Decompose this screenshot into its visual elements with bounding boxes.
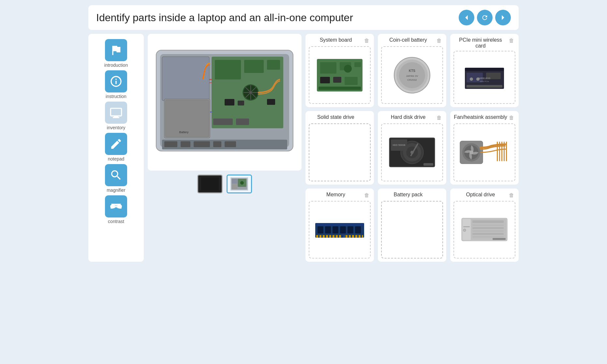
svg-rect-95 (336, 235, 338, 238)
part-card-battery: Battery pack 🗑 (378, 189, 446, 262)
svg-rect-19 (213, 119, 233, 125)
part-card-fan: Fan/heatsink assembly 🗑 (450, 111, 519, 184)
svg-rect-111 (472, 224, 504, 226)
svg-rect-8 (244, 60, 264, 73)
svg-rect-87 (348, 226, 353, 233)
svg-rect-59 (466, 85, 502, 88)
trash-memory[interactable]: 🗑 (363, 192, 371, 199)
part-image-optical (453, 201, 515, 259)
svg-text:KTS: KTS (409, 69, 415, 73)
system-board-svg (315, 56, 364, 95)
part-card-header-memory: Memory 🗑 (309, 192, 371, 199)
svg-rect-7 (215, 60, 241, 79)
part-name-optical: Optical drive (453, 192, 508, 198)
part-name-ssd: Solid state drive (309, 114, 363, 120)
svg-text:HDD 500GB: HDD 500GB (393, 144, 406, 146)
svg-rect-39 (320, 62, 336, 74)
part-card-header-battery: Battery pack 🗑 (381, 192, 443, 199)
introduction-icon-box (105, 39, 127, 61)
part-card-header-system-board: System board 🗑 (309, 37, 371, 44)
back-button[interactable] (459, 10, 474, 25)
thumbnail-board[interactable] (227, 175, 252, 193)
svg-rect-92 (326, 235, 328, 238)
instruction-icon-box (105, 70, 127, 92)
sidebar-item-introduction[interactable]: introduction (104, 39, 128, 68)
sidebar-item-magnifier[interactable]: magnifier (105, 164, 127, 193)
nav-buttons (459, 10, 511, 25)
svg-rect-80 (506, 142, 507, 161)
parts-grid: System board 🗑 Coin-ce (305, 34, 519, 262)
trash-pcie[interactable]: 🗑 (508, 37, 515, 44)
svg-rect-94 (333, 235, 334, 238)
svg-rect-82 (315, 223, 364, 226)
part-name-battery: Battery pack (381, 192, 435, 198)
sidebar-item-instruction[interactable]: instruction (105, 70, 127, 99)
part-image-battery (381, 201, 443, 259)
svg-rect-41 (354, 62, 361, 67)
part-image-system-board (309, 46, 371, 104)
svg-rect-100 (352, 235, 354, 238)
svg-rect-113 (472, 230, 504, 232)
svg-rect-16 (225, 99, 234, 105)
svg-point-35 (240, 181, 244, 185)
part-image-hdd: HDD 500GB (381, 123, 443, 181)
coin-cell-svg: KTS JAPAN 3V CR2032 (391, 54, 433, 96)
laptop-image-container: Battery (148, 34, 302, 171)
trash-optical[interactable]: 🗑 (508, 192, 515, 199)
svg-rect-18 (267, 99, 275, 105)
svg-rect-112 (472, 227, 504, 229)
sidebar-label-notepad: notepad (108, 156, 125, 161)
sidebar-item-inventory[interactable]: inventory (105, 102, 127, 130)
svg-point-57 (470, 77, 473, 81)
svg-point-45 (344, 65, 352, 73)
svg-rect-20 (236, 119, 249, 125)
sidebar-label-inventory: inventory (107, 125, 126, 130)
svg-rect-71 (423, 163, 433, 166)
svg-rect-76 (497, 142, 498, 161)
svg-rect-108 (463, 226, 470, 227)
svg-rect-102 (359, 235, 361, 238)
main-content: introduction instruction inventory (88, 34, 519, 262)
svg-rect-116 (493, 238, 506, 240)
part-name-system-board: System board (309, 37, 363, 43)
svg-rect-37 (232, 184, 237, 189)
pencil-icon (110, 137, 123, 150)
sidebar-label-instruction: instruction (106, 94, 126, 99)
svg-rect-91 (323, 235, 325, 238)
svg-rect-42 (320, 77, 330, 83)
svg-text:JAPAN 3V: JAPAN 3V (406, 75, 418, 77)
svg-rect-30 (225, 141, 236, 147)
search-icon (110, 169, 123, 182)
part-image-pcie: WIRELESS MINI PCIe (453, 51, 515, 104)
svg-text:Battery: Battery (179, 131, 189, 134)
svg-text:CR2032: CR2032 (407, 78, 417, 81)
part-name-fan: Fan/heatsink assembly (453, 114, 508, 120)
svg-text:MINI PCIe: MINI PCIe (480, 80, 489, 82)
part-card-header-hdd: Hard disk drive 🗑 (381, 114, 443, 121)
trash-system-board[interactable]: 🗑 (363, 37, 371, 44)
sidebar-item-contrast[interactable]: contrast (105, 195, 127, 224)
svg-rect-31 (201, 177, 219, 190)
svg-rect-104 (341, 235, 344, 238)
svg-rect-110 (472, 220, 504, 223)
svg-rect-109 (463, 229, 466, 231)
refresh-button[interactable] (477, 10, 493, 25)
part-card-pcie: PCIe mini wireless card 🗑 WIRELESS MINI … (450, 34, 519, 107)
svg-rect-98 (346, 235, 348, 238)
pcie-svg: WIRELESS MINI PCIe (460, 61, 509, 94)
svg-rect-28 (194, 141, 210, 147)
thumbnail-black[interactable] (197, 175, 223, 193)
trash-hdd[interactable]: 🗑 (435, 114, 443, 121)
page-title: Identify parts inside a laptop and an al… (96, 12, 353, 24)
sidebar: introduction instruction inventory (88, 34, 144, 262)
svg-marker-1 (502, 15, 504, 20)
trash-fan[interactable]: 🗑 (508, 114, 515, 121)
part-card-header-optical: Optical drive 🗑 (453, 192, 515, 199)
part-name-memory: Memory (309, 192, 363, 198)
svg-rect-93 (329, 235, 331, 238)
svg-rect-44 (345, 77, 358, 85)
svg-rect-36 (232, 179, 237, 184)
forward-button[interactable] (495, 10, 511, 25)
sidebar-item-notepad[interactable]: notepad (105, 133, 127, 161)
trash-coin-cell[interactable]: 🗑 (435, 37, 443, 44)
